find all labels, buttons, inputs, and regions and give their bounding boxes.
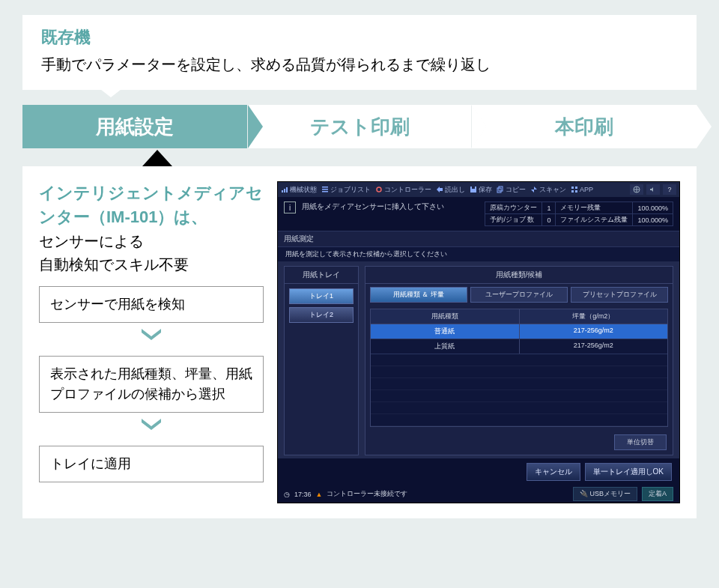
panel-subtitle: 用紙を測定して表示された候補から選択してください — [278, 247, 679, 261]
table-row-empty — [371, 354, 667, 366]
fixer-chip[interactable]: 定着A — [642, 487, 673, 501]
tab-copy[interactable]: コピー — [497, 185, 526, 195]
svg-rect-14 — [575, 187, 577, 189]
cell-type: 上質紙 — [371, 339, 520, 354]
table-row-empty — [371, 378, 667, 390]
status-value: 100.000% — [633, 214, 673, 226]
footer-message: コントローラー未接続です — [327, 489, 407, 499]
status-label: 予約/ジョブ 数 — [485, 214, 542, 226]
screen-footer: ◷ 17:36 ▲ コントローラー未接続です 🔌 USBメモリー 定着A — [278, 485, 679, 503]
action-row: キャンセル 単一トレイ適用しOK — [278, 458, 679, 485]
svg-rect-4 — [286, 187, 288, 193]
tab-app[interactable]: APP — [571, 186, 593, 193]
warn-icon: ▲ — [316, 491, 323, 498]
info-row: i 用紙をメディアセンサーに挿入して下さい 原稿カウンター 1 メモリー残量 1… — [278, 197, 679, 231]
tab-scan[interactable]: スキャン — [530, 185, 566, 195]
svg-marker-1 — [142, 419, 161, 430]
tab-job-list[interactable]: ジョブリスト — [321, 185, 371, 195]
workflow-row: 用紙設定 テスト印刷 本印刷 — [22, 105, 697, 148]
chevron-down-icon — [39, 326, 264, 345]
legacy-desc: 手動でパラメーターを設定し、求める品質が得られるまで繰り返し — [41, 55, 678, 75]
workflow-step-paper-setup: 用紙設定 — [22, 105, 248, 148]
status-label: 原稿カウンター — [485, 202, 542, 214]
callout-arrow-icon — [97, 87, 124, 97]
table-row-empty — [371, 390, 667, 402]
cell-weight: 217-256g/m2 — [520, 324, 668, 339]
sound-icon[interactable] — [646, 184, 660, 195]
pointer-up-icon — [142, 150, 172, 166]
info-icon: i — [284, 201, 296, 213]
step-box-3: トレイに適用 — [39, 446, 264, 482]
table-row[interactable]: 普通紙 217-256g/m2 — [371, 324, 667, 339]
svg-rect-15 — [571, 190, 574, 193]
tab-controller[interactable]: コントローラー — [375, 185, 431, 195]
lead-teal: インテリジェントメディアセンター（IM-101）は、 — [39, 181, 264, 229]
tray-button-1[interactable]: トレイ1 — [289, 288, 354, 304]
tab-preset-profile[interactable]: プリセットプロファイル — [571, 287, 668, 303]
candidate-table: 用紙種類 坪量（g/m2） 普通紙 217-256g/m2 上質紙 217-25… — [370, 309, 668, 427]
usb-chip[interactable]: 🔌 USBメモリー — [573, 487, 637, 501]
panel-body: 用紙トレイ トレイ1 トレイ2 用紙種類/候補 用紙種類 ＆ 坪量 ユーザープロ… — [278, 261, 679, 458]
legacy-title: 既存機 — [41, 26, 678, 49]
detail-box: インテリジェントメディアセンター（IM-101）は、 センサーによる 自動検知で… — [22, 166, 697, 518]
status-value: 0 — [542, 214, 556, 226]
status-value: 1 — [542, 202, 556, 214]
svg-marker-0 — [142, 329, 161, 340]
svg-rect-2 — [282, 190, 283, 193]
tab-readout[interactable]: 読出し — [436, 185, 465, 195]
svg-rect-10 — [472, 187, 475, 189]
col-header-weight: 坪量（g/m2） — [520, 309, 668, 324]
table-row-empty — [371, 414, 667, 426]
svg-rect-3 — [284, 189, 285, 193]
left-column: インテリジェントメディアセンター（IM-101）は、 センサーによる 自動検知で… — [39, 181, 264, 503]
apply-ok-button[interactable]: 単一トレイ適用しOK — [585, 463, 672, 481]
lead-black-2: 自動検知でスキル不要 — [39, 254, 264, 276]
step-box-1: センサーで用紙を検知 — [39, 286, 264, 323]
candidate-column: 用紙種類/候補 用紙種類 ＆ 坪量 ユーザープロファイル プリセットプロファイル… — [365, 266, 673, 455]
candidate-header: 用紙種類/候補 — [365, 267, 673, 284]
workflow-step-test-print: テスト印刷 — [247, 105, 473, 148]
tab-type-weight[interactable]: 用紙種類 ＆ 坪量 — [370, 287, 467, 303]
tray-column: 用紙トレイ トレイ1 トレイ2 — [284, 266, 359, 455]
screen-titlebar: 機械状態 ジョブリスト コントローラー 読出し 保存 コピー スキャン APP … — [278, 182, 679, 197]
table-row[interactable]: 上質紙 217-256g/m2 — [371, 339, 667, 354]
svg-rect-7 — [322, 191, 328, 193]
footer-time: 17:36 — [294, 491, 312, 498]
status-label: メモリー残量 — [556, 202, 633, 214]
svg-rect-6 — [322, 189, 328, 190]
col-header-type: 用紙種類 — [371, 309, 520, 324]
svg-point-8 — [377, 187, 381, 192]
table-row-empty — [371, 366, 667, 378]
printer-screen: 機械状態 ジョブリスト コントローラー 読出し 保存 コピー スキャン APP … — [277, 181, 680, 503]
status-label: ファイルシステム残量 — [556, 214, 633, 226]
table-row-empty — [371, 402, 667, 414]
workflow-step-final-print: 本印刷 — [471, 105, 697, 148]
tray-button-2[interactable]: トレイ2 — [289, 307, 354, 323]
clock-icon: ◷ — [284, 491, 290, 498]
help-icon[interactable]: ? — [663, 184, 676, 195]
cancel-button[interactable]: キャンセル — [527, 463, 580, 481]
globe-icon[interactable] — [630, 184, 643, 195]
unit-toggle-button[interactable]: 単位切替 — [614, 434, 667, 450]
status-grid: 原稿カウンター 1 メモリー残量 100.000% 予約/ジョブ 数 0 ファイ… — [485, 201, 673, 226]
svg-rect-13 — [571, 187, 574, 189]
svg-rect-5 — [322, 187, 328, 188]
status-value: 100.000% — [633, 202, 673, 214]
tab-user-profile[interactable]: ユーザープロファイル — [470, 287, 568, 303]
chevron-down-icon — [39, 416, 264, 435]
cell-type: 普通紙 — [371, 324, 520, 339]
lead-black-1: センサーによる — [39, 231, 264, 252]
svg-rect-16 — [575, 190, 577, 193]
legacy-description-box: 既存機 手動でパラメーターを設定し、求める品質が得られるまで繰り返し — [22, 15, 697, 90]
panel-title: 用紙測定 — [278, 231, 679, 247]
tab-save[interactable]: 保存 — [470, 185, 492, 195]
tray-header: 用紙トレイ — [285, 267, 358, 284]
tab-machine-status[interactable]: 機械状態 — [281, 185, 317, 195]
step-box-2: 表示された用紙種類、坪量、用紙プロファイルの候補から選択 — [39, 356, 264, 413]
info-message: 用紙をメディアセンサーに挿入して下さい — [302, 201, 444, 212]
cell-weight: 217-256g/m2 — [520, 339, 668, 354]
